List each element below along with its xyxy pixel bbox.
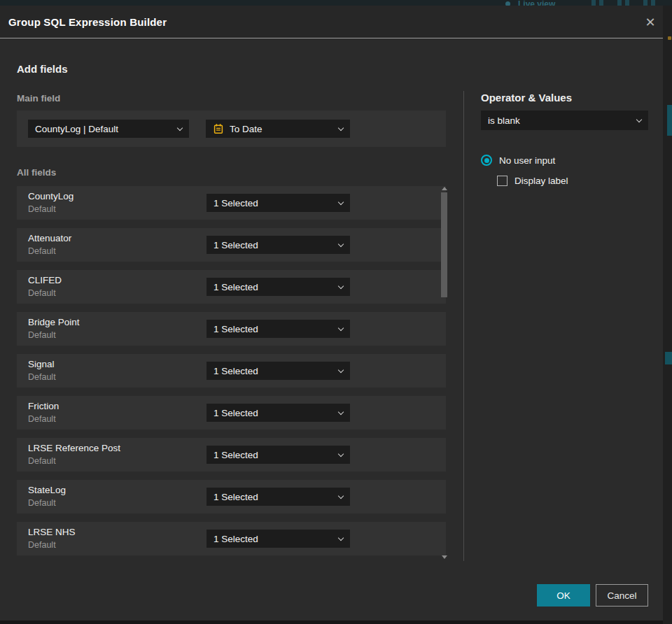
- no-user-input-label: No user input: [499, 155, 555, 166]
- field-selection-value: 1 Selected: [214, 366, 333, 376]
- panel-divider: [463, 91, 464, 561]
- field-source-label: Default: [28, 246, 56, 256]
- cancel-button[interactable]: Cancel: [596, 584, 648, 607]
- background-app-bottom: [0, 621, 663, 624]
- field-selection-value: 1 Selected: [214, 324, 333, 334]
- no-user-input-radio[interactable]: No user input: [481, 155, 555, 166]
- field-name: CLIFED: [28, 275, 62, 285]
- background-accent-sliver: [665, 352, 672, 364]
- group-sql-expression-builder-dialog: Group SQL Expression Builder ✕ Add field…: [0, 6, 663, 621]
- radio-dot: [484, 158, 489, 163]
- field-row: LRSE Reference Post Default 1 Selected: [17, 438, 446, 471]
- background-accent-sliver: [667, 105, 672, 136]
- background-app-strip: Live view: [0, 0, 672, 6]
- chevron-down-icon: [338, 367, 344, 372]
- field-row: StateLog Default 1 Selected: [17, 480, 446, 513]
- scrollbar-up-arrow[interactable]: [442, 187, 447, 190]
- chevron-down-icon: [177, 125, 183, 130]
- checkbox-unchecked-icon: [497, 176, 507, 186]
- field-selection-dropdown[interactable]: 1 Selected: [206, 488, 350, 506]
- main-field-dropdown-value: CountyLog | Default: [35, 124, 172, 134]
- field-name: LRSE Reference Post: [28, 443, 120, 453]
- field-source-label: Default: [28, 288, 56, 298]
- dialog-titlebar: Group SQL Expression Builder ✕: [0, 6, 663, 38]
- field-name: LRSE NHS: [28, 527, 76, 537]
- scrollbar-down-arrow[interactable]: [442, 555, 447, 559]
- main-field-container: CountyLog | Default To Date: [17, 111, 446, 147]
- background-toolbar-icon: [651, 0, 655, 6]
- field-row: Attenuator Default 1 Selected: [17, 228, 446, 262]
- operator-values-heading: Operator & Values: [481, 92, 572, 104]
- dialog-title: Group SQL Expression Builder: [8, 6, 167, 38]
- chevron-down-icon: [338, 125, 344, 130]
- chevron-down-icon: [338, 409, 344, 414]
- field-name: Signal: [28, 359, 55, 369]
- main-field-dropdown[interactable]: CountyLog | Default: [28, 120, 189, 138]
- background-toolbar-icon: [592, 0, 596, 6]
- field-source-label: Default: [28, 414, 56, 424]
- field-source-label: Default: [28, 540, 56, 550]
- field-selection-dropdown[interactable]: 1 Selected: [206, 530, 350, 548]
- field-selection-value: 1 Selected: [214, 408, 333, 418]
- scrollbar-thumb[interactable]: [441, 192, 447, 297]
- background-toolbar-icon: [625, 0, 629, 6]
- main-field-label: Main field: [17, 93, 60, 104]
- field-selection-value: 1 Selected: [214, 240, 333, 250]
- field-row: CLIFED Default 1 Selected: [17, 270, 446, 304]
- chevron-down-icon: [338, 283, 344, 288]
- field-selection-dropdown[interactable]: 1 Selected: [206, 320, 350, 338]
- field-selection-value: 1 Selected: [214, 198, 333, 208]
- field-row: Signal Default 1 Selected: [17, 354, 446, 388]
- chevron-down-icon: [338, 325, 344, 330]
- field-name: Attenuator: [28, 233, 71, 243]
- field-row: LRSE NHS Default 1 Selected: [17, 522, 446, 555]
- field-row: Friction Default 1 Selected: [17, 396, 446, 430]
- operator-dropdown[interactable]: is blank: [481, 111, 648, 130]
- calendar-icon: [213, 123, 224, 134]
- add-fields-heading: Add fields: [17, 63, 68, 75]
- field-selection-dropdown[interactable]: 1 Selected: [206, 236, 350, 254]
- chevron-down-icon: [338, 451, 344, 456]
- field-name: CountyLog: [28, 191, 74, 201]
- field-source-label: Default: [28, 204, 56, 214]
- field-selection-value: 1 Selected: [214, 450, 333, 460]
- main-field-type-value: To Date: [230, 124, 333, 134]
- ok-button[interactable]: OK: [537, 584, 590, 607]
- background-app-edge: [663, 6, 672, 624]
- operator-dropdown-value: is blank: [488, 115, 631, 126]
- live-view-label: Live view: [518, 0, 555, 6]
- field-row: CountyLog Default 1 Selected: [17, 186, 446, 220]
- field-source-label: Default: [28, 498, 56, 508]
- chevron-down-icon: [338, 492, 344, 498]
- field-source-label: Default: [28, 456, 56, 466]
- field-selection-value: 1 Selected: [214, 534, 333, 544]
- radio-selected-icon: [481, 155, 492, 166]
- field-source-label: Default: [28, 372, 56, 382]
- background-toolbar-icon: [599, 0, 603, 6]
- chevron-down-icon: [338, 241, 344, 246]
- field-row: Bridge Point Default 1 Selected: [17, 312, 446, 346]
- field-selection-dropdown[interactable]: 1 Selected: [206, 362, 350, 380]
- field-selection-dropdown[interactable]: 1 Selected: [206, 194, 350, 212]
- background-artifact-dot: [668, 36, 671, 40]
- close-icon[interactable]: ✕: [642, 14, 659, 31]
- field-name: Bridge Point: [28, 317, 80, 327]
- display-label-label: Display label: [514, 176, 568, 186]
- all-fields-label: All fields: [17, 167, 56, 178]
- chevron-down-icon: [338, 534, 344, 540]
- chevron-down-icon: [338, 199, 344, 204]
- all-fields-list: CountyLog Default 1 Selected Attenuator …: [17, 186, 446, 564]
- field-selection-dropdown[interactable]: 1 Selected: [206, 446, 350, 464]
- field-selection-dropdown[interactable]: 1 Selected: [206, 278, 350, 296]
- field-name: StateLog: [28, 485, 66, 495]
- background-toolbar-icon: [617, 0, 622, 6]
- field-name: Friction: [28, 401, 59, 411]
- chevron-down-icon: [636, 116, 642, 122]
- field-selection-dropdown[interactable]: 1 Selected: [206, 404, 350, 422]
- main-field-type-dropdown[interactable]: To Date: [206, 120, 350, 138]
- display-label-checkbox[interactable]: Display label: [497, 176, 568, 186]
- field-selection-value: 1 Selected: [214, 282, 333, 292]
- field-selection-value: 1 Selected: [214, 492, 333, 502]
- background-toolbar-icon: [643, 0, 648, 6]
- field-source-label: Default: [28, 330, 56, 340]
